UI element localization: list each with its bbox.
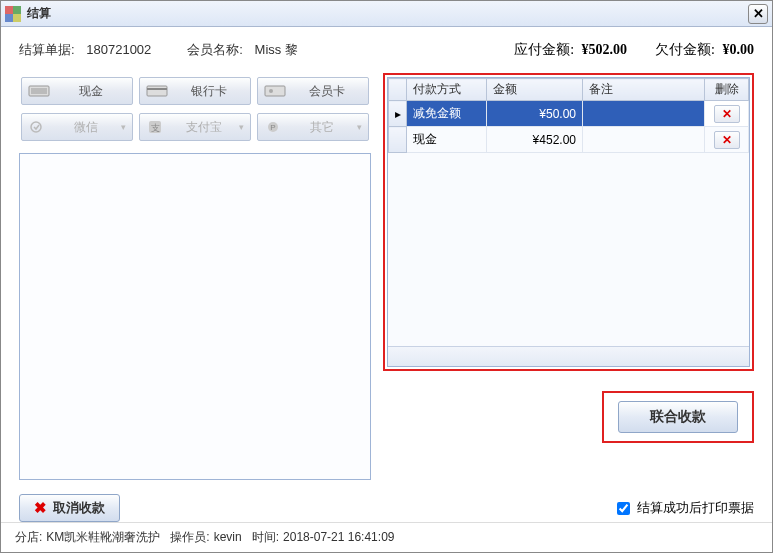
svg-rect-4 bbox=[265, 86, 285, 96]
col-amount[interactable]: 金额 bbox=[487, 79, 583, 101]
pay-button-cash[interactable]: 现金 bbox=[21, 77, 133, 105]
owed-amount-value: ¥0.00 bbox=[723, 42, 755, 57]
window-title: 结算 bbox=[27, 5, 51, 22]
confirm-payment-button[interactable]: 联合收款 bbox=[618, 401, 738, 433]
chevron-down-icon: ▾ bbox=[239, 122, 244, 132]
cell-amount: ¥452.00 bbox=[487, 127, 583, 153]
cancel-payment-button[interactable]: ✖ 取消收款 bbox=[19, 494, 120, 522]
settlement-window: 结算 ✕ 结算单据: 180721002 会员名称: Miss 黎 应付金额: … bbox=[0, 0, 773, 553]
svg-point-6 bbox=[31, 122, 41, 132]
member-name-value: Miss 黎 bbox=[255, 42, 298, 57]
member-name-label: 会员名称: bbox=[187, 42, 243, 57]
pay-button-label: 支付宝 bbox=[174, 119, 233, 136]
cell-amount: ¥50.00 bbox=[487, 101, 583, 127]
header-row: 结算单据: 180721002 会员名称: Miss 黎 应付金额: ¥502.… bbox=[19, 41, 754, 59]
store-label: 分店: bbox=[15, 530, 42, 544]
order-no-label: 结算单据: bbox=[19, 42, 75, 57]
app-icon bbox=[5, 6, 21, 22]
svg-rect-3 bbox=[147, 88, 167, 90]
svg-rect-1 bbox=[31, 88, 47, 94]
pay-button-bankcard[interactable]: 银行卡 bbox=[139, 77, 251, 105]
time-value: 2018-07-21 16:41:09 bbox=[283, 530, 394, 544]
table-row[interactable]: 现金 ¥452.00 ✕ bbox=[389, 127, 749, 153]
svg-point-5 bbox=[269, 89, 273, 93]
payments-grid[interactable]: 付款方式 金额 备注 删除 ▸ 减免金额 ¥50.00 bbox=[387, 77, 750, 367]
svg-text:P: P bbox=[270, 123, 275, 132]
store-value: KM凯米鞋靴潮奢洗护 bbox=[46, 530, 160, 544]
pay-button-label: 微信 bbox=[56, 119, 115, 136]
cell-method: 减免金额 bbox=[407, 101, 487, 127]
cell-remark bbox=[583, 127, 705, 153]
pay-button-label: 会员卡 bbox=[292, 83, 362, 100]
chevron-down-icon: ▾ bbox=[121, 122, 126, 132]
print-receipt-checkbox[interactable]: 结算成功后打印票据 bbox=[613, 499, 754, 518]
svg-rect-2 bbox=[147, 86, 167, 96]
chevron-down-icon: ▾ bbox=[357, 122, 362, 132]
left-list-panel bbox=[19, 153, 371, 480]
due-amount-label: 应付金额: bbox=[514, 42, 574, 57]
col-delete[interactable]: 删除 bbox=[705, 79, 749, 101]
delete-row-button[interactable]: ✕ bbox=[714, 105, 740, 123]
delete-row-button[interactable]: ✕ bbox=[714, 131, 740, 149]
cell-remark bbox=[583, 101, 705, 127]
cancel-icon: ✖ bbox=[34, 499, 47, 517]
cash-icon bbox=[28, 83, 50, 99]
pay-button-wechat[interactable]: 微信 ▾ bbox=[21, 113, 133, 141]
payments-grid-highlight: 付款方式 金额 备注 删除 ▸ 减免金额 ¥50.00 bbox=[383, 73, 754, 371]
due-amount-value: ¥502.00 bbox=[582, 42, 628, 57]
row-marker: ▸ bbox=[389, 101, 407, 127]
alipay-icon: 支 bbox=[146, 119, 168, 135]
cell-method: 现金 bbox=[407, 127, 487, 153]
bankcard-icon bbox=[146, 83, 168, 99]
svg-text:支: 支 bbox=[151, 123, 160, 133]
col-method[interactable]: 付款方式 bbox=[407, 79, 487, 101]
membercard-icon bbox=[264, 83, 286, 99]
pay-button-label: 银行卡 bbox=[174, 83, 244, 100]
order-no-value: 180721002 bbox=[86, 42, 151, 57]
cancel-button-label: 取消收款 bbox=[53, 499, 105, 517]
time-label: 时间: bbox=[252, 530, 279, 544]
operator-label: 操作员: bbox=[170, 530, 209, 544]
other-pay-icon: P bbox=[264, 119, 286, 135]
close-button[interactable]: ✕ bbox=[748, 4, 768, 24]
wechat-icon bbox=[28, 119, 50, 135]
print-receipt-input[interactable] bbox=[617, 502, 630, 515]
confirm-highlight: 联合收款 bbox=[602, 391, 754, 443]
pay-button-alipay[interactable]: 支 支付宝 ▾ bbox=[139, 113, 251, 141]
table-row[interactable]: ▸ 减免金额 ¥50.00 ✕ bbox=[389, 101, 749, 127]
statusbar: 分店:KM凯米鞋靴潮奢洗护 操作员:kevin 时间:2018-07-21 16… bbox=[1, 522, 772, 552]
row-marker bbox=[389, 127, 407, 153]
pay-button-membercard[interactable]: 会员卡 bbox=[257, 77, 369, 105]
owed-amount-label: 欠付金额: bbox=[655, 42, 715, 57]
operator-value: kevin bbox=[214, 530, 242, 544]
pay-button-label: 其它 bbox=[292, 119, 351, 136]
col-remark[interactable]: 备注 bbox=[583, 79, 705, 101]
pay-button-other[interactable]: P 其它 ▾ bbox=[257, 113, 369, 141]
print-receipt-label: 结算成功后打印票据 bbox=[637, 499, 754, 517]
titlebar: 结算 ✕ bbox=[1, 1, 772, 27]
pay-button-label: 现金 bbox=[56, 83, 126, 100]
grid-corner bbox=[389, 79, 407, 101]
grid-footer bbox=[388, 346, 749, 366]
